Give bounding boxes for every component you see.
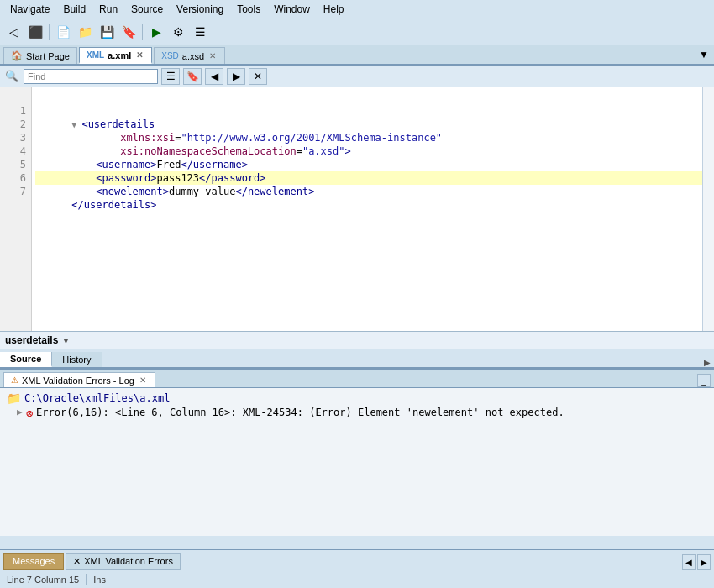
tab-start-icon: 🏠 <box>11 50 23 61</box>
menu-versioning[interactable]: Versioning <box>170 2 230 17</box>
find-prev-btn[interactable]: ◀ <box>205 68 223 85</box>
tab-axml-icon: XML <box>87 50 104 60</box>
toolbar-saveas-btn[interactable]: 🔖 <box>118 22 139 42</box>
chevron-down-icon: ▼ <box>699 49 709 60</box>
toolbar-nav-btn[interactable]: ⬛ <box>25 22 45 42</box>
validation-close-icon[interactable]: ✕ <box>73 556 81 567</box>
log-tab-bar: ⚠ XML Validation Errors - Log ✕ _ <box>0 370 714 388</box>
tab-start-page[interactable]: 🏠 Start Page <box>3 47 77 64</box>
error-text: Error(6,16): <Line 6, Column 16>: XML-24… <box>36 407 564 418</box>
log-error-row: ▶ ⊗ Error(6,16): <Line 6, Column 16>: XM… <box>7 407 707 420</box>
toolbar-settings-btn[interactable]: ⚙ <box>168 22 188 42</box>
status-position: Line 7 Column 15 <box>7 575 79 585</box>
editor-gutter: 1 2 3 4 5 6 7 <box>0 87 32 331</box>
bottom-tab-right-btn[interactable]: ▶ <box>701 358 714 367</box>
source-history-tab-bar: Source History ▶ <box>0 349 714 368</box>
messages-nav: ◀ ▶ <box>682 554 711 570</box>
gutter-3: 2 <box>0 118 31 131</box>
gutter-2: 1 <box>0 104 31 118</box>
find-icon: 🔍 <box>3 68 20 85</box>
status-mode: Ins <box>93 575 106 585</box>
menu-help[interactable]: Help <box>317 2 351 17</box>
status-bar: Line 7 Column 15 Ins <box>0 570 714 588</box>
menu-source[interactable]: Source <box>124 2 170 17</box>
tab-axml[interactable]: XML a.xml ✕ <box>79 47 152 64</box>
log-content: 📁 C:\Oracle\xmlFiles\a.xml ▶ ⊗ Error(6,1… <box>0 388 714 423</box>
log-minimize-btn[interactable]: _ <box>697 374 711 387</box>
find-close-btn[interactable]: ✕ <box>249 68 267 85</box>
breadcrumb-bar: userdetails ▼ <box>0 331 714 349</box>
toolbar-extra-btn[interactable]: ☰ <box>190 22 210 42</box>
tab-start-label: Start Page <box>26 51 70 61</box>
tab-axml-label: a.xml <box>108 50 131 60</box>
expand-error-icon[interactable]: ▶ <box>17 407 23 417</box>
toolbar-back-btn[interactable]: ◁ <box>3 22 24 42</box>
editor-content[interactable]: ▼ <userdetails xmlns:xsi="http://www.w3.… <box>32 87 702 331</box>
menu-run[interactable]: Run <box>92 2 124 17</box>
tab-axsd[interactable]: XSD a.xsd ✕ <box>154 47 225 64</box>
code-line-1: ▼ <userdetails <box>35 104 702 118</box>
log-icon: ⚠ <box>11 375 18 385</box>
gutter-4: 3 <box>0 131 31 144</box>
tab-bar: 🏠 Start Page XML a.xml ✕ XSD a.xsd ✕ ▼ <box>0 45 714 66</box>
log-file-path: 📁 C:\Oracle\xmlFiles\a.xml <box>7 391 707 405</box>
expand-icon[interactable]: ▼ <box>71 120 81 129</box>
tab-axsd-close[interactable]: ✕ <box>207 51 218 60</box>
menu-window[interactable]: Window <box>267 2 317 17</box>
log-tab-validation[interactable]: ⚠ XML Validation Errors - Log ✕ <box>3 372 155 387</box>
find-bar: 🔍 ☰ 🔖 ◀ ▶ ✕ <box>0 66 714 87</box>
nav-right-btn[interactable]: ▶ <box>697 554 711 570</box>
log-panel: ⚠ XML Validation Errors - Log ✕ _ 📁 C:\O… <box>0 368 714 536</box>
toolbar: ◁ ⬛ 📄 📁 💾 🔖 ▶ ⚙ ☰ <box>0 18 714 45</box>
tab-axml-close[interactable]: ✕ <box>134 50 144 60</box>
log-file-path-text: C:\Oracle\xmlFiles\a.xml <box>24 392 170 404</box>
gutter-5: 4 <box>0 144 31 158</box>
toolbar-new-btn[interactable]: 📄 <box>53 22 73 42</box>
toolbar-open-btn[interactable]: 📁 <box>75 22 95 42</box>
find-next-btn[interactable]: ▶ <box>227 68 245 85</box>
menu-bar: Navigate Build Run Source Versioning Too… <box>0 0 714 18</box>
tab-messages[interactable]: Messages <box>3 553 64 570</box>
tab-source[interactable]: Source <box>0 352 52 367</box>
tab-history[interactable]: History <box>52 352 102 367</box>
toolbar-sep-2 <box>142 24 143 40</box>
breadcrumb-text: userdetails <box>5 334 58 346</box>
find-input[interactable] <box>24 69 158 84</box>
tab-xml-validation-label: XML Validation Errors <box>84 556 173 566</box>
tab-axsd-label: a.xsd <box>182 51 204 61</box>
editor-area: 1 2 3 4 5 6 7 ▼ <userdetails xmlns:xsi="… <box>0 87 714 331</box>
status-sep <box>86 574 87 585</box>
tab-axsd-icon: XSD <box>161 51 179 60</box>
find-options-btn[interactable]: ☰ <box>161 68 180 85</box>
find-bookmark-btn[interactable]: 🔖 <box>183 68 202 85</box>
gutter-6: 5 <box>0 158 31 171</box>
gutter-7: 6 <box>0 171 31 185</box>
gutter-8: 7 <box>0 185 31 198</box>
error-icon: ⊗ <box>26 407 33 420</box>
menu-build[interactable]: Build <box>56 2 92 17</box>
breadcrumb-dropdown-icon[interactable]: ▼ <box>61 336 70 345</box>
log-tab-label: XML Validation Errors - Log <box>22 375 134 386</box>
messages-tab-bar: Messages ✕ XML Validation Errors ◀ ▶ <box>0 549 714 570</box>
menu-tools[interactable]: Tools <box>230 2 267 17</box>
tab-dropdown[interactable]: ▼ <box>697 45 711 64</box>
folder-icon: 📁 <box>7 391 21 405</box>
log-tab-close[interactable]: ✕ <box>138 375 148 385</box>
editor-scrollbar[interactable] <box>702 87 714 331</box>
toolbar-sep-1 <box>49 24 50 40</box>
toolbar-run-btn[interactable]: ▶ <box>146 22 166 42</box>
code-line-blank <box>35 91 702 104</box>
tab-xml-validation[interactable]: ✕ XML Validation Errors <box>66 553 181 570</box>
gutter-1 <box>0 91 31 104</box>
toolbar-save-btn[interactable]: 💾 <box>97 22 117 42</box>
nav-left-btn[interactable]: ◀ <box>682 554 696 570</box>
menu-navigate[interactable]: Navigate <box>3 2 56 17</box>
